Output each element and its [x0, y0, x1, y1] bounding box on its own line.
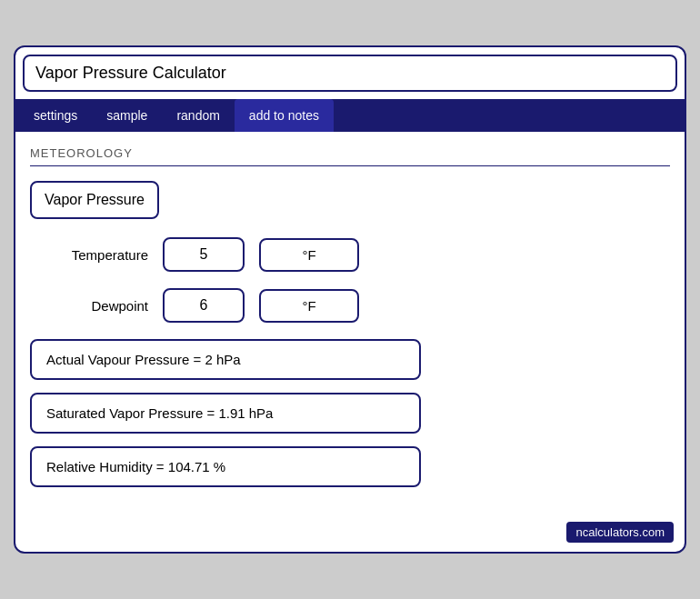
- temperature-input[interactable]: [163, 237, 245, 272]
- nav-bar: settings sample random add to notes: [15, 99, 685, 132]
- branding-text: ncalculators.com: [566, 522, 674, 543]
- nav-settings[interactable]: settings: [19, 99, 92, 132]
- calculator-title: Vapor Pressure Calculator: [23, 55, 677, 92]
- dewpoint-row: Dewpoint °F: [30, 288, 670, 323]
- nav-random[interactable]: random: [162, 99, 234, 132]
- temperature-label: Temperature: [30, 247, 148, 263]
- content-area: METEOROLOGY Vapor Pressure Temperature °…: [15, 132, 685, 514]
- result-relative-humidity: Relative Humidity = 104.71 %: [30, 446, 421, 487]
- temperature-unit: °F: [259, 238, 359, 272]
- dewpoint-input[interactable]: [163, 288, 245, 323]
- branding-area: ncalculators.com: [15, 514, 685, 552]
- result-saturated-vapor-pressure: Saturated Vapor Pressure = 1.91 hPa: [30, 393, 421, 434]
- temperature-row: Temperature °F: [30, 237, 670, 272]
- calculator-card: Vapor Pressure Calculator settings sampl…: [14, 45, 686, 554]
- section-label: METEOROLOGY: [30, 146, 670, 166]
- calc-title: Vapor Pressure: [30, 181, 159, 219]
- nav-sample[interactable]: sample: [92, 99, 162, 132]
- dewpoint-unit: °F: [259, 289, 359, 323]
- result-actual-vapour-pressure: Actual Vapour Pressure = 2 hPa: [30, 339, 421, 380]
- dewpoint-label: Dewpoint: [30, 298, 148, 314]
- results-section: Actual Vapour Pressure = 2 hPa Saturated…: [30, 339, 670, 500]
- nav-add-to-notes[interactable]: add to notes: [235, 99, 334, 132]
